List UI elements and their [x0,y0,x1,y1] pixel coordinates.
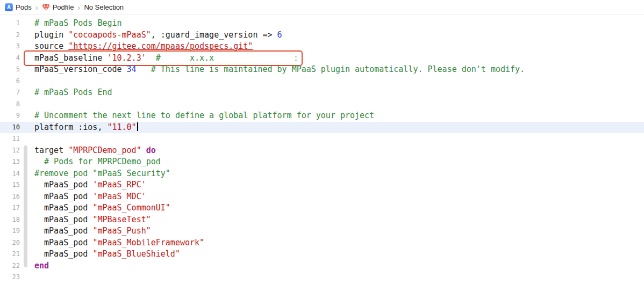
code-line-11[interactable]: 11 [0,133,644,145]
code-line-21[interactable]: 21 mPaaS_pod "mPaaS_BlueShield" [0,249,644,260]
line-number-12[interactable]: 12 [0,145,20,157]
line-number-13[interactable]: 13 [0,156,20,168]
line-number-1[interactable]: 1 [0,18,20,30]
code-line-15[interactable]: 15 mPaaS_pod 'mPaaS_RPC' [0,179,644,191]
token-plain: mPaaS_pod [34,249,92,259]
line-number-6[interactable]: 6 [0,76,20,87]
code-text: mPaaS_pod "mPaaS_Push" [34,225,151,237]
line-number-22[interactable]: 22 [0,260,20,272]
token-plain [146,53,156,63]
jump-bar: A Pods › Podfile › No Selection [0,0,644,15]
token-number: 6 [277,30,282,40]
line-number-4[interactable]: 4 [0,53,20,64]
line-number-10[interactable]: 10 [0,122,20,134]
code-line-8[interactable]: 8 [0,99,644,111]
token-string: 'mPaaS_RPC' [92,180,146,189]
token-plain: mPaaS_baseline [34,53,107,63]
token-plain: mPaaS_pod [34,226,92,236]
breadcrumb-file[interactable]: Podfile [42,0,74,14]
xcode-project-icon: A [5,3,13,11]
token-string: "mPaaS_CommonUI" [92,203,170,213]
code-line-17[interactable]: 17 mPaaS_pod "mPaaS_CommonUI" [0,202,644,214]
code-text: mPaaS_baseline '10.2.3' # x.x.x ： [34,53,300,64]
token-string: "mPaaS_BlueShield" [92,249,180,259]
token-plain: mPaaS_pod [34,238,92,247]
token-comment: #remove_pod "mPaaS_Security" [34,169,170,178]
code-line-19[interactable]: 19 mPaaS_pod "mPaaS_Push" [0,225,644,237]
line-number-9[interactable]: 9 [0,110,20,122]
token-plain: mPaaS_version_code [34,64,127,74]
token-string: "MPRPCDemo_pod" [68,145,141,155]
code-text: mPaaS_pod 'mPaaS_MDC' [34,191,146,203]
token-string: "cocoapods-mPaaS" [68,30,151,40]
line-number-2[interactable]: 2 [0,30,20,41]
line-number-20[interactable]: 20 [0,237,20,249]
code-line-23[interactable]: 23 [0,272,644,283]
code-line-7[interactable]: 7# mPaaS Pods End [0,87,644,99]
code-line-20[interactable]: 20 mPaaS_pod "mPaaS_MobileFramework" [0,237,644,249]
token-plain [141,145,146,155]
code-line-10[interactable]: 10platform :ios, "11.0" [0,122,644,134]
line-number-7[interactable]: 7 [0,87,20,99]
token-plain: platform :ios, [34,122,107,132]
breadcrumb-project-label: Pods [16,0,32,14]
code-line-9[interactable]: 9# Uncomment the next line to define a g… [0,110,644,122]
line-number-17[interactable]: 17 [0,202,20,214]
code-lines-container: 1# mPaaS Pods Begin2plugin "cocoapods-mP… [0,18,644,283]
line-number-8[interactable]: 8 [0,99,20,111]
breadcrumb-file-label: Podfile [53,0,74,14]
code-line-13[interactable]: 13 # Pods for MPRPCDemo_pod [0,156,644,168]
token-plain: mPaaS_pod [34,192,92,201]
code-text: mPaaS_pod "mPaaS_BlueShield" [34,249,180,260]
code-text: # Uncomment the next line to define a gl… [34,110,374,122]
line-number-14[interactable]: 14 [0,168,20,180]
code-line-6[interactable]: 6 [0,76,644,87]
code-text: mPaaS_version_code 34 # This line is mai… [34,64,525,76]
code-text: mPaaS_pod "mPaaS_CommonUI" [34,202,170,214]
code-text: end [34,260,49,272]
code-line-22[interactable]: 22end [0,260,644,272]
code-text: # mPaaS Pods Begin [34,18,122,30]
breadcrumb-project[interactable]: A Pods [5,0,32,14]
token-comment: # Uncomment the next line to define a gl… [34,111,374,120]
text-cursor [137,122,138,131]
line-number-23[interactable]: 23 [0,272,20,283]
token-plain: , :guard_image_version => [151,30,277,40]
code-text: target "MPRPCDemo_pod" do [34,145,156,157]
code-line-3[interactable]: 3source "https://gitee.com/mpaas/podspec… [0,41,644,53]
fold-ribbon[interactable] [24,145,27,267]
token-keyword: end [34,261,49,271]
token-string: "MPBaseTest" [92,215,151,224]
token-string: 'mPaaS_MDC' [92,192,146,201]
token-plain: mPaaS_pod [34,215,92,224]
code-line-14[interactable]: 14#remove_pod "mPaaS_Security" [0,168,644,180]
code-text: mPaaS_pod "mPaaS_MobileFramework" [34,237,204,249]
line-number-5[interactable]: 5 [0,64,20,76]
line-number-15[interactable]: 15 [0,179,20,191]
code-line-5[interactable]: 5mPaaS_version_code 34 # This line is ma… [0,64,644,76]
code-line-1[interactable]: 1# mPaaS Pods Begin [0,18,644,30]
token-string: "11.0" [107,122,136,132]
code-text: source "https://gitee.com/mpaas/podspecs… [34,41,253,53]
token-comment: # mPaaS Pods Begin [34,18,122,28]
code-line-2[interactable]: 2plugin "cocoapods-mPaaS", :guard_image_… [0,30,644,41]
token-comment: # Pods for MPRPCDemo_pod [34,157,161,166]
code-line-4[interactable]: 4mPaaS_baseline '10.2.3' # x.x.x ： [0,53,644,64]
token-string: "mPaaS_Push" [92,226,151,236]
token-string: "mPaaS_MobileFramework" [92,238,204,247]
code-line-12[interactable]: 12target "MPRPCDemo_pod" do [0,145,644,157]
line-number-16[interactable]: 16 [0,191,20,203]
line-number-11[interactable]: 11 [0,133,20,145]
token-plain: mPaaS_pod [34,180,92,189]
code-text: # Pods for MPRPCDemo_pod [34,156,161,168]
token-comment: # This line is maintained by MPaaS plugi… [151,64,525,74]
code-line-16[interactable]: 16 mPaaS_pod 'mPaaS_MDC' [0,191,644,203]
line-number-18[interactable]: 18 [0,214,20,226]
code-line-18[interactable]: 18 mPaaS_pod "MPBaseTest" [0,214,644,226]
line-number-21[interactable]: 21 [0,249,20,260]
breadcrumb-selection[interactable]: No Selection [84,0,124,14]
line-number-19[interactable]: 19 [0,225,20,237]
code-text: #remove_pod "mPaaS_Security" [34,168,170,180]
token-plain: source [34,41,68,51]
line-number-3[interactable]: 3 [0,41,20,53]
